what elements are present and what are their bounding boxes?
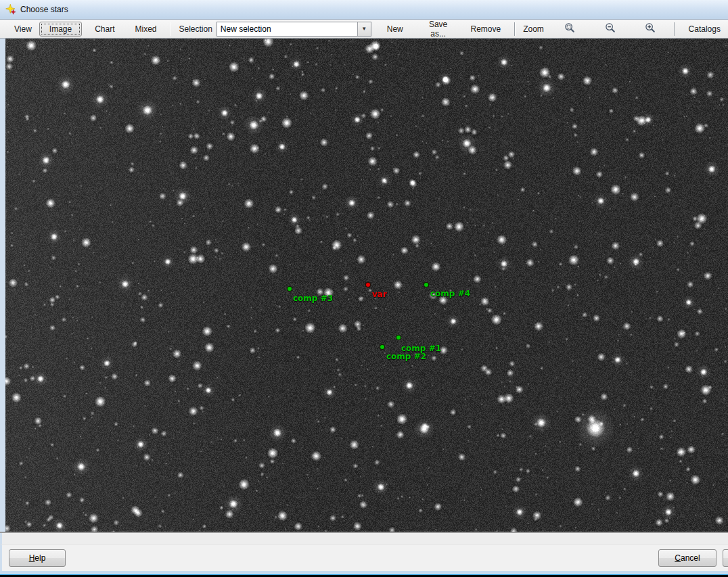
marker-label-comp-2: comp #2 [386, 352, 426, 361]
marker-dot-comp-4 [424, 282, 429, 287]
selection-combobox-value: New selection [217, 24, 357, 34]
titlebar: Choose stars [0, 0, 728, 20]
tab-chart[interactable]: Chart [87, 22, 122, 37]
zoom-in-button[interactable] [641, 22, 658, 37]
tab-mixed[interactable]: Mixed [128, 22, 164, 37]
status-strip [0, 533, 728, 545]
app-star-icon [5, 4, 16, 15]
marker-dot-comp-1 [396, 335, 401, 340]
cancel-button[interactable]: Cancel [658, 549, 716, 567]
remove-button[interactable]: Remove [463, 22, 509, 37]
cutoff-button[interactable] [723, 549, 728, 567]
zoom-fit-icon [564, 22, 575, 35]
toolbar-separator [674, 22, 675, 36]
help-button[interactable]: Help [9, 549, 66, 567]
new-button[interactable]: New [380, 22, 411, 37]
toolbar: View Image Chart Mixed Selection New sel… [0, 20, 728, 39]
toolbar-separator [514, 22, 516, 36]
choose-stars-window: Choose stars View Image Chart Mixed Sele… [0, 0, 728, 577]
zoom-fit-button[interactable] [562, 22, 578, 37]
toolbar-separator [170, 22, 172, 36]
star-field-image[interactable]: varcomp #1comp #2comp #3comp #4 [5, 39, 728, 532]
image-row: varcomp #1comp #2comp #3comp #4 [0, 39, 728, 532]
catalogs-button[interactable]: Catalogs [681, 22, 728, 37]
save-as-button[interactable]: Save as... [413, 17, 463, 41]
marker-dot-comp-2 [380, 344, 385, 350]
zoom-out-button[interactable] [601, 22, 618, 37]
marker-dot-var [365, 282, 371, 287]
tab-view[interactable]: View [7, 22, 39, 37]
zoom-label: Zoom [523, 24, 544, 34]
marker-label-var: var [372, 290, 387, 299]
zoom-in-icon [645, 22, 656, 35]
marker-label-comp-3: comp #3 [293, 294, 333, 303]
footer: Help Cancel [0, 545, 728, 571]
tab-image[interactable]: Image [39, 22, 82, 37]
combobox-dropdown-arrow-icon[interactable]: ▼ [357, 22, 371, 36]
marker-dot-comp-3 [287, 286, 292, 292]
selection-label: Selection [179, 24, 212, 34]
marker-label-comp-4: comp #4 [430, 289, 470, 298]
zoom-out-icon [605, 22, 616, 35]
selection-combobox[interactable]: New selection ▼ [217, 22, 371, 37]
window-title: Choose stars [20, 5, 68, 14]
